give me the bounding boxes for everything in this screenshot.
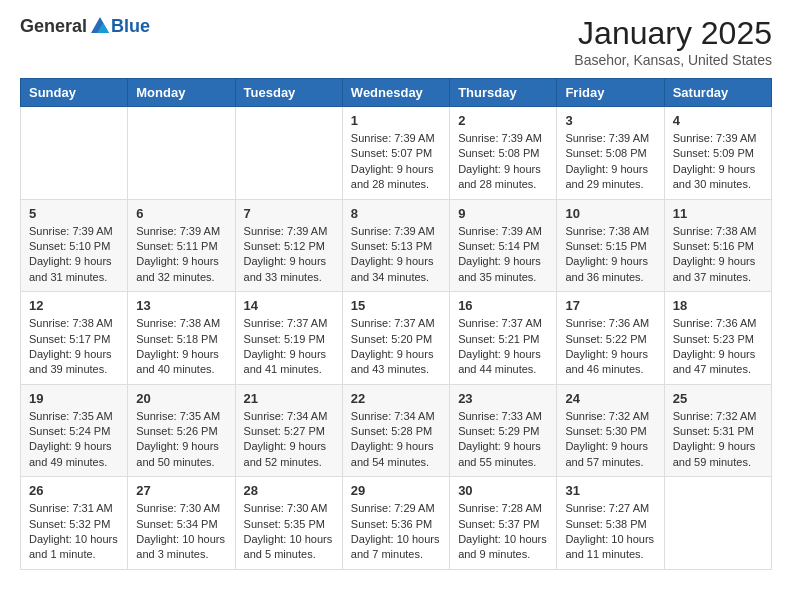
day-info: Sunrise: 7:35 AM Sunset: 5:24 PM Dayligh… [29,409,119,471]
weekday-header-thursday: Thursday [450,79,557,107]
calendar-cell: 8Sunrise: 7:39 AM Sunset: 5:13 PM Daylig… [342,199,449,292]
calendar-cell: 2Sunrise: 7:39 AM Sunset: 5:08 PM Daylig… [450,107,557,200]
calendar-cell [235,107,342,200]
day-info: Sunrise: 7:35 AM Sunset: 5:26 PM Dayligh… [136,409,226,471]
calendar-body: 1Sunrise: 7:39 AM Sunset: 5:07 PM Daylig… [21,107,772,570]
day-info: Sunrise: 7:37 AM Sunset: 5:19 PM Dayligh… [244,316,334,378]
day-number: 2 [458,113,548,128]
calendar-cell: 3Sunrise: 7:39 AM Sunset: 5:08 PM Daylig… [557,107,664,200]
header: General Blue January 2025 Basehor, Kansa… [20,15,772,68]
logo-icon [89,15,111,37]
weekday-header-monday: Monday [128,79,235,107]
calendar-cell: 1Sunrise: 7:39 AM Sunset: 5:07 PM Daylig… [342,107,449,200]
day-info: Sunrise: 7:38 AM Sunset: 5:17 PM Dayligh… [29,316,119,378]
day-number: 3 [565,113,655,128]
day-info: Sunrise: 7:39 AM Sunset: 5:13 PM Dayligh… [351,224,441,286]
calendar-cell: 18Sunrise: 7:36 AM Sunset: 5:23 PM Dayli… [664,292,771,385]
logo-general-text: General [20,16,87,37]
calendar-cell: 22Sunrise: 7:34 AM Sunset: 5:28 PM Dayli… [342,384,449,477]
day-info: Sunrise: 7:39 AM Sunset: 5:11 PM Dayligh… [136,224,226,286]
logo-blue-text: Blue [111,16,150,37]
week-row-4: 19Sunrise: 7:35 AM Sunset: 5:24 PM Dayli… [21,384,772,477]
day-number: 14 [244,298,334,313]
day-number: 25 [673,391,763,406]
calendar-cell: 7Sunrise: 7:39 AM Sunset: 5:12 PM Daylig… [235,199,342,292]
day-number: 1 [351,113,441,128]
day-info: Sunrise: 7:30 AM Sunset: 5:35 PM Dayligh… [244,501,334,563]
day-info: Sunrise: 7:31 AM Sunset: 5:32 PM Dayligh… [29,501,119,563]
day-number: 12 [29,298,119,313]
calendar-cell: 15Sunrise: 7:37 AM Sunset: 5:20 PM Dayli… [342,292,449,385]
day-number: 24 [565,391,655,406]
day-number: 28 [244,483,334,498]
calendar-cell: 24Sunrise: 7:32 AM Sunset: 5:30 PM Dayli… [557,384,664,477]
day-info: Sunrise: 7:33 AM Sunset: 5:29 PM Dayligh… [458,409,548,471]
day-number: 9 [458,206,548,221]
calendar-cell [128,107,235,200]
week-row-2: 5Sunrise: 7:39 AM Sunset: 5:10 PM Daylig… [21,199,772,292]
calendar-cell: 29Sunrise: 7:29 AM Sunset: 5:36 PM Dayli… [342,477,449,570]
day-info: Sunrise: 7:39 AM Sunset: 5:14 PM Dayligh… [458,224,548,286]
calendar-cell: 10Sunrise: 7:38 AM Sunset: 5:15 PM Dayli… [557,199,664,292]
day-info: Sunrise: 7:37 AM Sunset: 5:20 PM Dayligh… [351,316,441,378]
day-number: 5 [29,206,119,221]
day-number: 16 [458,298,548,313]
day-info: Sunrise: 7:32 AM Sunset: 5:30 PM Dayligh… [565,409,655,471]
day-number: 15 [351,298,441,313]
calendar-subtitle: Basehor, Kansas, United States [574,52,772,68]
day-number: 4 [673,113,763,128]
weekday-header-row: SundayMondayTuesdayWednesdayThursdayFrid… [21,79,772,107]
weekday-header-friday: Friday [557,79,664,107]
calendar-cell: 30Sunrise: 7:28 AM Sunset: 5:37 PM Dayli… [450,477,557,570]
day-number: 23 [458,391,548,406]
day-info: Sunrise: 7:36 AM Sunset: 5:23 PM Dayligh… [673,316,763,378]
day-info: Sunrise: 7:39 AM Sunset: 5:09 PM Dayligh… [673,131,763,193]
day-info: Sunrise: 7:29 AM Sunset: 5:36 PM Dayligh… [351,501,441,563]
weekday-header-sunday: Sunday [21,79,128,107]
calendar-cell: 20Sunrise: 7:35 AM Sunset: 5:26 PM Dayli… [128,384,235,477]
day-info: Sunrise: 7:38 AM Sunset: 5:18 PM Dayligh… [136,316,226,378]
calendar-cell: 23Sunrise: 7:33 AM Sunset: 5:29 PM Dayli… [450,384,557,477]
calendar-cell: 6Sunrise: 7:39 AM Sunset: 5:11 PM Daylig… [128,199,235,292]
day-info: Sunrise: 7:39 AM Sunset: 5:12 PM Dayligh… [244,224,334,286]
calendar-cell: 5Sunrise: 7:39 AM Sunset: 5:10 PM Daylig… [21,199,128,292]
day-number: 27 [136,483,226,498]
day-number: 29 [351,483,441,498]
title-area: January 2025 Basehor, Kansas, United Sta… [574,15,772,68]
day-number: 18 [673,298,763,313]
calendar-table: SundayMondayTuesdayWednesdayThursdayFrid… [20,78,772,570]
week-row-1: 1Sunrise: 7:39 AM Sunset: 5:07 PM Daylig… [21,107,772,200]
logo: General Blue [20,15,150,37]
weekday-header-wednesday: Wednesday [342,79,449,107]
day-number: 19 [29,391,119,406]
calendar-cell: 4Sunrise: 7:39 AM Sunset: 5:09 PM Daylig… [664,107,771,200]
calendar-cell: 26Sunrise: 7:31 AM Sunset: 5:32 PM Dayli… [21,477,128,570]
day-number: 6 [136,206,226,221]
day-number: 22 [351,391,441,406]
day-info: Sunrise: 7:30 AM Sunset: 5:34 PM Dayligh… [136,501,226,563]
day-info: Sunrise: 7:39 AM Sunset: 5:08 PM Dayligh… [458,131,548,193]
day-info: Sunrise: 7:27 AM Sunset: 5:38 PM Dayligh… [565,501,655,563]
calendar-cell: 12Sunrise: 7:38 AM Sunset: 5:17 PM Dayli… [21,292,128,385]
day-number: 13 [136,298,226,313]
calendar-cell: 19Sunrise: 7:35 AM Sunset: 5:24 PM Dayli… [21,384,128,477]
calendar-cell: 17Sunrise: 7:36 AM Sunset: 5:22 PM Dayli… [557,292,664,385]
week-row-3: 12Sunrise: 7:38 AM Sunset: 5:17 PM Dayli… [21,292,772,385]
calendar-cell: 25Sunrise: 7:32 AM Sunset: 5:31 PM Dayli… [664,384,771,477]
weekday-header-saturday: Saturday [664,79,771,107]
day-info: Sunrise: 7:36 AM Sunset: 5:22 PM Dayligh… [565,316,655,378]
day-number: 10 [565,206,655,221]
day-info: Sunrise: 7:37 AM Sunset: 5:21 PM Dayligh… [458,316,548,378]
day-number: 21 [244,391,334,406]
day-info: Sunrise: 7:38 AM Sunset: 5:16 PM Dayligh… [673,224,763,286]
calendar-cell: 14Sunrise: 7:37 AM Sunset: 5:19 PM Dayli… [235,292,342,385]
day-info: Sunrise: 7:39 AM Sunset: 5:07 PM Dayligh… [351,131,441,193]
calendar-title: January 2025 [574,15,772,52]
day-number: 30 [458,483,548,498]
day-number: 8 [351,206,441,221]
weekday-header-tuesday: Tuesday [235,79,342,107]
page-container: General Blue January 2025 Basehor, Kansa… [0,0,792,580]
day-number: 7 [244,206,334,221]
day-info: Sunrise: 7:34 AM Sunset: 5:27 PM Dayligh… [244,409,334,471]
calendar-cell: 27Sunrise: 7:30 AM Sunset: 5:34 PM Dayli… [128,477,235,570]
